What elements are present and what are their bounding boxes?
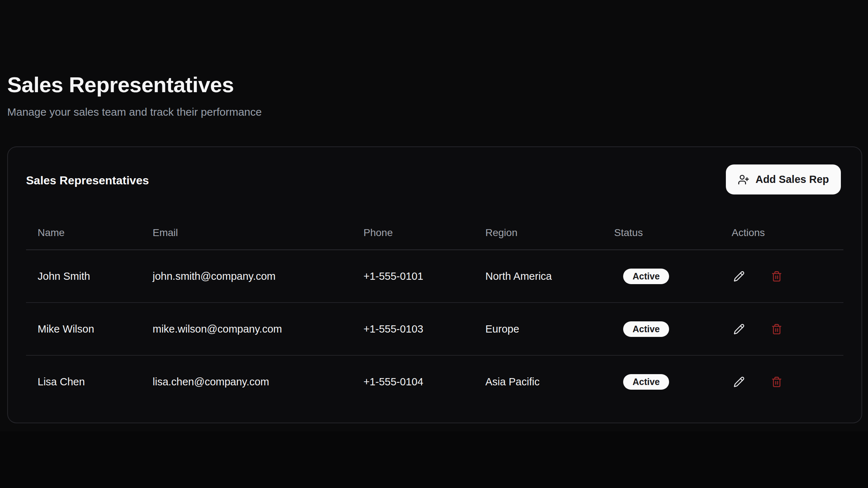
column-header-actions: Actions [720, 216, 843, 250]
trash-icon [771, 324, 782, 335]
edit-button[interactable] [732, 322, 746, 336]
rep-status-cell: Active [603, 250, 720, 303]
table-row: John Smith john.smith@company.com +1-555… [26, 250, 843, 303]
rep-email: mike.wilson@company.com [141, 303, 352, 355]
delete-button[interactable] [769, 374, 784, 389]
column-header-phone: Phone [352, 216, 474, 250]
delete-button[interactable] [769, 269, 784, 283]
trash-icon [771, 271, 782, 282]
rep-status-cell: Active [603, 303, 720, 355]
column-header-status: Status [603, 216, 720, 250]
rep-region: Asia Pacific [474, 355, 603, 408]
edit-button[interactable] [732, 269, 746, 283]
sales-reps-card: Sales Representatives Add Sales Rep Name [7, 146, 862, 423]
sales-reps-table: Name Email Phone Region Status Actions J… [26, 216, 843, 408]
rep-actions-cell [720, 250, 843, 303]
table-row: Lisa Chen lisa.chen@company.com +1-555-0… [26, 355, 843, 408]
rep-status-cell: Active [603, 355, 720, 408]
delete-button[interactable] [769, 322, 784, 336]
status-badge: Active [623, 374, 669, 390]
column-header-email: Email [141, 216, 352, 250]
trash-icon [771, 376, 782, 388]
rep-actions-cell [720, 355, 843, 408]
column-header-region: Region [474, 216, 603, 250]
rep-name: John Smith [26, 250, 141, 303]
rep-region: North America [474, 250, 603, 303]
status-badge: Active [623, 269, 669, 284]
table-header-row: Name Email Phone Region Status Actions [26, 216, 843, 250]
rep-email: john.smith@company.com [141, 250, 352, 303]
page: Sales Representatives Manage your sales … [0, 0, 868, 488]
pencil-icon [733, 271, 745, 282]
rep-name: Mike Wilson [26, 303, 141, 355]
card-title: Sales Representatives [26, 174, 149, 187]
rep-actions-cell [720, 303, 843, 355]
page-title: Sales Representatives [7, 72, 234, 98]
user-plus-icon [738, 174, 749, 185]
edit-button[interactable] [732, 374, 746, 389]
pencil-icon [733, 376, 745, 388]
rep-phone: +1-555-0103 [352, 303, 474, 355]
pencil-icon [733, 324, 745, 335]
rep-email: lisa.chen@company.com [141, 355, 352, 408]
page-bottom-strip [0, 431, 868, 488]
status-badge: Active [623, 321, 669, 337]
add-sales-rep-button[interactable]: Add Sales Rep [726, 164, 841, 194]
table-row: Mike Wilson mike.wilson@company.com +1-5… [26, 303, 843, 355]
page-subtitle: Manage your sales team and track their p… [7, 105, 262, 119]
rep-name: Lisa Chen [26, 355, 141, 408]
add-sales-rep-label: Add Sales Rep [756, 174, 829, 185]
rep-phone: +1-555-0104 [352, 355, 474, 408]
rep-region: Europe [474, 303, 603, 355]
column-header-name: Name [26, 216, 141, 250]
rep-phone: +1-555-0101 [352, 250, 474, 303]
